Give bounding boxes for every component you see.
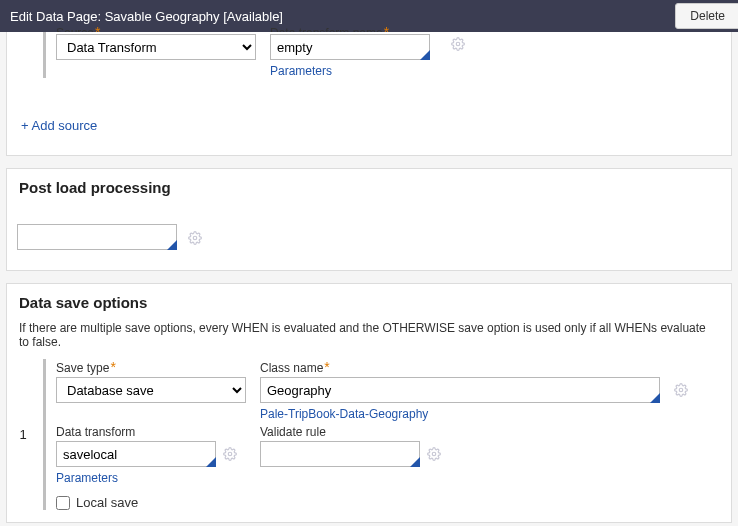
save-row-number: 1 xyxy=(17,427,29,442)
validate-rule-label: Validate rule xyxy=(260,425,450,439)
class-name-fq-link[interactable]: Pale-TripBook-Data-Geography xyxy=(260,407,660,421)
required-star-icon: * xyxy=(95,24,100,32)
gear-icon[interactable] xyxy=(222,446,238,462)
save-options-help: If there are multiple save options, ever… xyxy=(7,317,731,359)
delete-button[interactable]: Delete xyxy=(675,3,738,29)
save-type-label: Save type* xyxy=(56,359,246,375)
data-transform-name-input[interactable] xyxy=(270,34,430,60)
local-save-checkbox[interactable] xyxy=(56,496,70,510)
class-name-input[interactable] xyxy=(260,377,660,403)
post-load-panel: Post load processing xyxy=(6,168,732,271)
validate-rule-input[interactable] xyxy=(260,441,420,467)
title-name: Savable Geography xyxy=(105,9,220,24)
post-load-input[interactable] xyxy=(17,224,177,250)
title-status: [Available] xyxy=(223,9,283,24)
post-load-title: Post load processing xyxy=(7,169,731,202)
save-options-title: Data save options xyxy=(7,284,731,317)
svg-point-2 xyxy=(679,388,683,392)
data-transform-input[interactable] xyxy=(56,441,216,467)
gear-icon[interactable] xyxy=(450,36,466,52)
svg-point-0 xyxy=(456,42,460,46)
class-name-label: Class name* xyxy=(260,359,660,375)
source-panel: 1 Source* Data Transform Data transform … xyxy=(6,32,732,156)
parameters-link[interactable]: Parameters xyxy=(56,471,246,485)
gear-icon[interactable] xyxy=(187,230,203,246)
source-label: Source* xyxy=(56,24,256,32)
page-title: Edit Data Page: Savable Geography [Avail… xyxy=(10,9,283,24)
data-transform-label: Data transform xyxy=(56,425,246,439)
data-transform-name-label: Data transform name* xyxy=(270,24,430,32)
required-star-icon: * xyxy=(324,359,329,375)
gear-icon[interactable] xyxy=(674,382,688,398)
required-star-icon: * xyxy=(384,24,389,32)
required-star-icon: * xyxy=(110,359,115,375)
svg-point-4 xyxy=(432,452,436,456)
save-type-select[interactable]: Database save xyxy=(56,377,246,403)
svg-point-1 xyxy=(193,236,197,240)
add-source-link[interactable]: + Add source xyxy=(17,108,721,143)
title-prefix: Edit Data Page: xyxy=(10,9,101,24)
svg-point-3 xyxy=(228,452,232,456)
save-options-panel: Data save options If there are multiple … xyxy=(6,283,732,523)
gear-icon[interactable] xyxy=(426,446,442,462)
parameters-link[interactable]: Parameters xyxy=(270,64,430,78)
local-save-label: Local save xyxy=(76,495,138,510)
source-select[interactable]: Data Transform xyxy=(56,34,256,60)
